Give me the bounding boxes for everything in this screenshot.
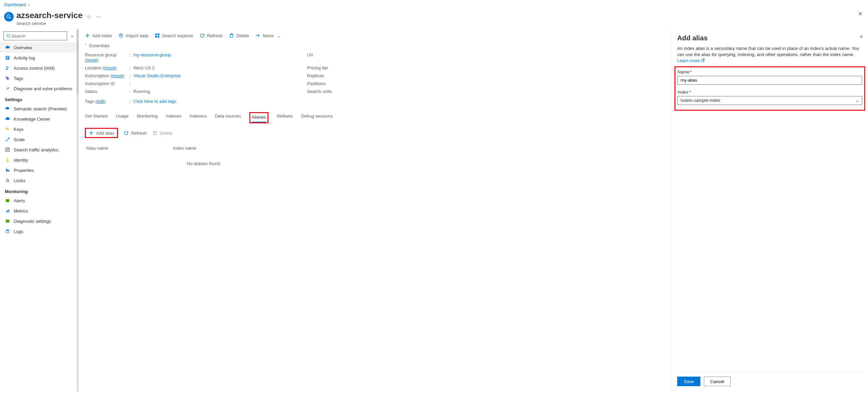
tab-data-sources[interactable]: Data sources <box>215 112 241 123</box>
essentials-toggle[interactable]: ˄ Essentials <box>85 43 665 51</box>
tab-usage[interactable]: Usage <box>116 112 129 123</box>
svg-rect-19 <box>6 180 9 182</box>
edit-tags-link[interactable]: edit <box>97 99 104 104</box>
sidebar-item-properties[interactable]: Properties <box>0 165 79 175</box>
sidebar-search[interactable] <box>3 31 67 40</box>
sidebar-item-label: Diagnose and solve problems <box>14 86 72 91</box>
learn-more-link[interactable]: Learn more <box>677 58 705 63</box>
move-subscription-link[interactable]: move <box>112 73 123 78</box>
svg-rect-39 <box>154 132 156 135</box>
tab-monitoring[interactable]: Monitoring <box>137 112 158 123</box>
svg-point-2 <box>7 34 9 37</box>
index-select-value: hotels-sample-index <box>681 98 720 103</box>
sidebar-item-knowledge-center[interactable]: Knowledge Center <box>0 114 79 124</box>
tab-indexes[interactable]: Indexes <box>166 112 182 123</box>
sidebar-item-label: Overview <box>14 45 32 50</box>
move-button[interactable]: Move⌄ <box>255 33 281 38</box>
essentials-search-units-label: Search units <box>307 89 332 94</box>
tab-debug-sessions[interactable]: Debug sessions <box>301 112 333 123</box>
delete-button[interactable]: Delete <box>229 33 249 38</box>
resource-group-link[interactable]: my-resource-group <box>133 52 171 57</box>
sidebar-scrollbar[interactable] <box>77 29 79 392</box>
refresh-aliases-button[interactable]: Refresh <box>123 130 147 136</box>
alerts-icon <box>5 198 10 203</box>
save-button[interactable]: Save <box>677 377 700 386</box>
sidebar-section-monitoring: Monitoring <box>0 186 79 195</box>
column-alias-name[interactable]: Alias name <box>86 146 173 151</box>
close-blade-icon[interactable]: ✕ <box>858 11 863 17</box>
svg-rect-29 <box>155 33 157 35</box>
import-data-button[interactable]: Import data <box>118 33 148 38</box>
add-index-button[interactable]: Add index <box>85 33 112 38</box>
panel-close-icon[interactable]: ✕ <box>859 34 863 39</box>
panel-description: An index alias is a secondary name that … <box>677 45 863 64</box>
sidebar-item-activity-log[interactable]: Activity log <box>0 53 79 63</box>
page-title: azsearch-service <box>16 11 82 20</box>
sidebar-item-diagnose[interactable]: Diagnose and solve problems <box>0 83 79 94</box>
sidebar-item-metrics[interactable]: Metrics <box>0 206 79 216</box>
svg-line-3 <box>9 37 10 38</box>
breadcrumb-root[interactable]: Dashboard <box>4 2 26 7</box>
move-location-link[interactable]: move <box>104 65 115 70</box>
svg-rect-12 <box>7 129 9 130</box>
index-field-label: Index* <box>678 90 862 95</box>
sidebar-item-label: Locks <box>14 178 25 183</box>
sidebar-item-keys[interactable]: Keys <box>0 124 79 134</box>
svg-rect-7 <box>6 58 8 59</box>
sidebar-item-identity[interactable]: Identity <box>0 155 79 165</box>
search-input[interactable] <box>11 33 65 39</box>
sidebar-item-semantic-search[interactable]: Semantic search (Preview) <box>0 104 79 114</box>
column-index-name[interactable]: Index name <box>173 146 196 151</box>
refresh-button[interactable]: Refresh <box>199 33 223 38</box>
svg-rect-30 <box>158 33 159 35</box>
collapse-sidebar-icon[interactable]: « <box>69 33 75 39</box>
sidebar-item-overview[interactable]: Overview <box>0 42 79 53</box>
panel-footer: Save Cancel <box>677 372 863 392</box>
tag-icon <box>5 76 10 81</box>
sidebar-item-label: Scale <box>14 137 25 142</box>
sidebar-item-locks[interactable]: Locks <box>0 175 79 186</box>
page-subtitle: Search service <box>16 21 82 26</box>
add-tags-link[interactable]: Click here to add tags <box>133 99 176 104</box>
sidebar-item-label: Keys <box>14 127 24 132</box>
tab-indexers[interactable]: Indexers <box>189 112 207 123</box>
essentials-partitions-label: Partitions <box>307 81 326 86</box>
highlight-aliases-tab: Aliases <box>249 112 268 123</box>
chevron-down-icon: ⌄ <box>276 33 281 38</box>
tabs: Get Started Usage Monitoring Indexes Ind… <box>79 109 671 124</box>
sidebar-item-tags[interactable]: Tags <box>0 73 79 83</box>
alias-name-input[interactable] <box>678 76 862 85</box>
chevron-right-icon: › <box>27 2 30 7</box>
chevron-up-icon: ˄ <box>85 43 87 48</box>
sidebar-item-alerts[interactable]: Alerts <box>0 195 79 206</box>
tab-aliases[interactable]: Aliases <box>252 113 266 122</box>
svg-rect-6 <box>6 57 9 58</box>
sidebar-section-settings: Settings <box>0 94 79 104</box>
sidebar-item-label: Metrics <box>14 208 28 214</box>
search-icon <box>6 33 11 39</box>
sidebar-item-logs[interactable]: Logs <box>0 226 79 236</box>
sidebar-item-traffic-analytics[interactable]: Search traffic analytics <box>0 145 79 155</box>
sidebar-item-label: Tags <box>14 76 23 81</box>
move-resource-group-link[interactable]: move <box>86 57 97 63</box>
svg-rect-18 <box>9 170 10 172</box>
cancel-button[interactable]: Cancel <box>704 377 731 386</box>
sidebar-item-access-control[interactable]: Access control (IAM) <box>0 63 79 73</box>
subscription-link[interactable]: Visual Studio Enterprise <box>133 73 181 78</box>
alias-command-bar: Add alias Refresh Delete <box>79 124 671 142</box>
sidebar-item-diagnostic-settings[interactable]: Diagnostic settings <box>0 216 79 226</box>
search-explorer-button[interactable]: Search explorer <box>155 33 194 38</box>
sidebar-item-label: Diagnostic settings <box>14 219 51 224</box>
favorite-icon[interactable]: ☆ <box>87 13 91 20</box>
sidebar-item-label: Alerts <box>14 198 25 203</box>
more-menu-icon[interactable]: ⋯ <box>96 14 101 19</box>
svg-rect-20 <box>6 199 10 202</box>
index-select[interactable]: hotels-sample-index ⌄ <box>678 96 862 105</box>
add-alias-button[interactable]: Add alias <box>89 130 114 136</box>
tab-get-started[interactable]: Get Started <box>85 112 107 123</box>
svg-point-8 <box>6 66 8 68</box>
analytics-icon <box>5 147 10 152</box>
svg-line-1 <box>10 17 11 19</box>
sidebar-item-scale[interactable]: Scale <box>0 134 79 145</box>
tab-skillsets[interactable]: Skillsets <box>277 112 293 123</box>
